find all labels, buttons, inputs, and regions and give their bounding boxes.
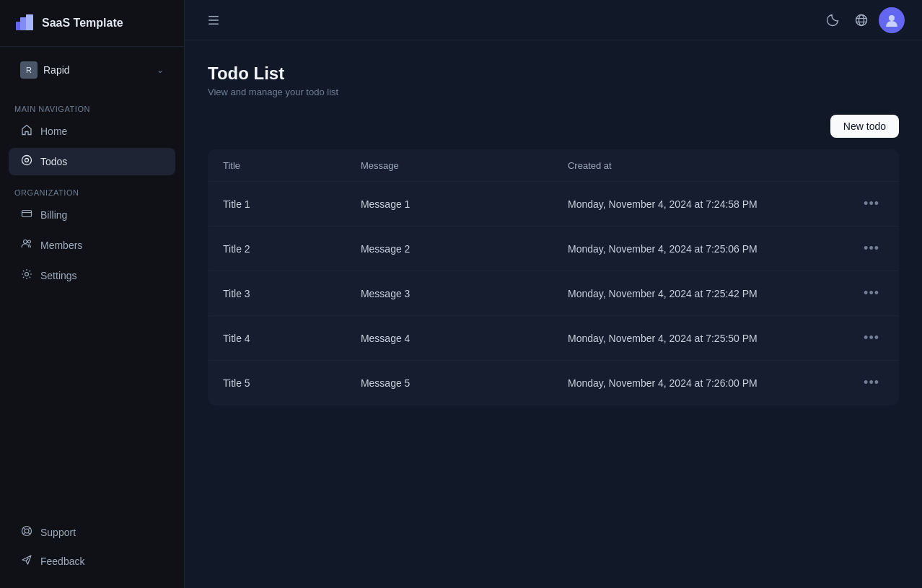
column-actions xyxy=(830,150,899,182)
table-row: Title 1 Message 1 Monday, November 4, 20… xyxy=(208,182,899,227)
cell-message: Message 1 xyxy=(346,182,553,227)
sidebar-item-todos-label: Todos xyxy=(40,156,67,167)
page-title: Todo List xyxy=(208,63,899,84)
svg-point-9 xyxy=(25,273,29,276)
svg-line-15 xyxy=(23,533,25,535)
sidebar-item-feedback[interactable]: Feedback xyxy=(9,548,175,575)
sidebar-item-members-label: Members xyxy=(40,240,82,251)
cell-message: Message 2 xyxy=(346,227,553,271)
main-content: Todo List View and manage your todo list… xyxy=(185,0,922,588)
svg-point-11 xyxy=(25,529,29,533)
cell-actions: ••• xyxy=(830,227,899,271)
cell-actions: ••• xyxy=(830,316,899,361)
workspace-avatar: R xyxy=(20,61,38,79)
sidebar-item-billing[interactable]: Billing xyxy=(9,201,175,229)
workspace-selector[interactable]: R Rapid ⌄ xyxy=(9,53,175,87)
cell-message: Message 4 xyxy=(346,316,553,361)
svg-point-4 xyxy=(25,159,29,162)
row-menu-button[interactable]: ••• xyxy=(859,284,884,302)
cell-message: Message 3 xyxy=(346,271,553,316)
cell-title: Title 2 xyxy=(208,227,346,271)
cell-created-at: Monday, November 4, 2024 at 7:25:06 PM xyxy=(553,227,830,271)
todo-table: Title Message Created at Title 1 Message… xyxy=(208,149,899,405)
sidebar-item-support-label: Support xyxy=(40,527,76,538)
cell-title: Title 1 xyxy=(208,182,346,227)
column-created: Created at xyxy=(553,150,830,182)
page-subtitle: View and manage your todo list xyxy=(208,87,899,97)
table-header: Title Message Created at xyxy=(208,150,899,182)
svg-line-12 xyxy=(23,527,25,529)
cell-actions: ••• xyxy=(830,182,899,227)
page-content: Todo List View and manage your todo list… xyxy=(185,40,922,588)
app-name: SaaS Template xyxy=(42,17,123,30)
members-icon xyxy=(20,238,33,253)
new-todo-button[interactable]: New todo xyxy=(830,115,899,138)
sidebar-item-feedback-label: Feedback xyxy=(40,556,84,567)
page-actions: New todo xyxy=(208,115,899,138)
todos-icon xyxy=(20,154,33,169)
svg-line-13 xyxy=(29,527,30,529)
cell-created-at: Monday, November 4, 2024 at 7:24:58 PM xyxy=(553,182,830,227)
table-row: Title 3 Message 3 Monday, November 4, 20… xyxy=(208,271,899,316)
billing-icon xyxy=(20,208,33,222)
language-button[interactable] xyxy=(850,9,873,32)
svg-rect-2 xyxy=(26,14,33,30)
sidebar-item-settings-label: Settings xyxy=(40,270,77,281)
row-menu-button[interactable]: ••• xyxy=(859,374,884,392)
dark-mode-button[interactable] xyxy=(821,9,844,32)
sidebar-item-billing-label: Billing xyxy=(40,209,67,221)
svg-line-16 xyxy=(26,558,29,561)
support-icon xyxy=(20,525,33,540)
chevron-down-icon: ⌄ xyxy=(157,65,164,75)
sidebar-item-settings[interactable]: Settings xyxy=(9,262,175,289)
cell-created-at: Monday, November 4, 2024 at 7:26:00 PM xyxy=(553,361,830,405)
svg-point-20 xyxy=(856,14,867,25)
svg-point-8 xyxy=(28,240,31,243)
topbar xyxy=(185,0,922,40)
user-avatar[interactable] xyxy=(879,7,905,33)
row-menu-button[interactable]: ••• xyxy=(859,329,884,347)
feedback-icon xyxy=(20,554,33,569)
svg-point-24 xyxy=(889,15,895,21)
cell-message: Message 5 xyxy=(346,361,553,405)
svg-rect-5 xyxy=(22,211,32,217)
cell-created-at: Monday, November 4, 2024 at 7:25:50 PM xyxy=(553,316,830,361)
svg-rect-19 xyxy=(208,23,219,25)
cell-title: Title 4 xyxy=(208,316,346,361)
svg-point-21 xyxy=(859,14,864,25)
sidebar-item-home[interactable]: Home xyxy=(9,118,175,145)
row-menu-button[interactable]: ••• xyxy=(859,240,884,258)
logo-icon xyxy=(14,12,35,35)
sidebar-item-todos[interactable]: Todos xyxy=(9,148,175,175)
topbar-right xyxy=(821,7,905,33)
sidebar-item-members[interactable]: Members xyxy=(9,232,175,259)
workspace-name: Rapid xyxy=(43,64,157,76)
svg-rect-17 xyxy=(208,16,219,17)
cell-created-at: Monday, November 4, 2024 at 7:25:42 PM xyxy=(553,271,830,316)
cell-actions: ••• xyxy=(830,361,899,405)
org-nav-label: Organization xyxy=(0,183,184,200)
table-row: Title 2 Message 2 Monday, November 4, 20… xyxy=(208,227,899,271)
sidebar: SaaS Template R Rapid ⌄ Main navigation … xyxy=(0,0,185,588)
sidebar-toggle-button[interactable] xyxy=(202,9,225,32)
table-row: Title 5 Message 5 Monday, November 4, 20… xyxy=(208,361,899,405)
table-row: Title 4 Message 4 Monday, November 4, 20… xyxy=(208,316,899,361)
home-icon xyxy=(20,124,33,139)
svg-point-3 xyxy=(22,156,32,165)
cell-title: Title 3 xyxy=(208,271,346,316)
column-message: Message xyxy=(346,150,553,182)
page-header: Todo List View and manage your todo list xyxy=(208,63,899,97)
table-body: Title 1 Message 1 Monday, November 4, 20… xyxy=(208,182,899,405)
app-logo: SaaS Template xyxy=(0,0,184,47)
cell-title: Title 5 xyxy=(208,361,346,405)
sidebar-item-support[interactable]: Support xyxy=(9,519,175,546)
svg-line-14 xyxy=(29,533,30,535)
cell-actions: ••• xyxy=(830,271,899,316)
topbar-left xyxy=(202,9,225,32)
settings-icon xyxy=(20,268,33,283)
row-menu-button[interactable]: ••• xyxy=(859,195,884,213)
svg-point-7 xyxy=(24,240,27,244)
main-nav-label: Main navigation xyxy=(0,99,184,116)
column-title: Title xyxy=(208,150,346,182)
sidebar-bottom: Support Feedback xyxy=(0,517,184,588)
